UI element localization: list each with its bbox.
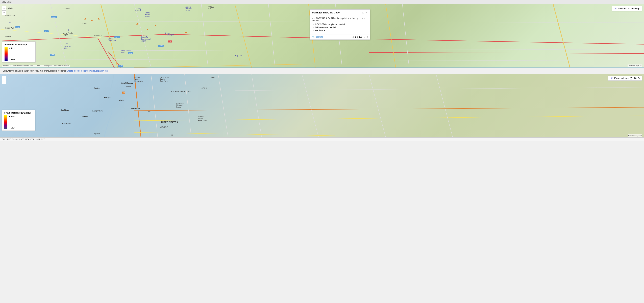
highway-i20: I 20 <box>168 41 172 43</box>
svg-line-7 <box>0 29 101 38</box>
top-map-controls: + − <box>2 6 6 15</box>
road-274: 274 <box>122 92 125 94</box>
incident-marker-1 <box>84 18 86 20</box>
svg-line-33 <box>369 74 386 137</box>
label-covington: Covington <box>94 35 102 37</box>
bottom-map-legend: Fraud incidents (Q1 2012) ◄ High ◄ Low <box>2 110 36 131</box>
top-map-background: East Point College Park Forest Park Morr… <box>0 4 644 68</box>
zoom-out-button[interactable]: − <box>2 11 6 15</box>
highway-i675: 1675 <box>44 31 49 33</box>
svg-line-18 <box>0 59 644 61</box>
top-map-attribution: Map data © OpenStreetMap contributors, C… <box>2 65 70 67</box>
svg-line-29 <box>252 74 262 137</box>
label-tijuana: Tijuana <box>94 133 100 135</box>
airport-icon-dream-team: ✈ <box>168 34 170 37</box>
svg-line-11 <box>268 4 275 68</box>
airport-icon-klockner: ✈ <box>140 9 142 11</box>
popup-expand-button[interactable]: □ <box>362 11 364 14</box>
svg-line-10 <box>201 4 208 68</box>
zoom-in-button[interactable]: + <box>2 6 6 11</box>
search-icon: 🔍 <box>312 36 314 38</box>
airport-icon-madison: ✈ <box>185 8 187 11</box>
bottom-map-controls: + − <box>2 76 6 84</box>
svg-line-28 <box>218 74 228 137</box>
svg-line-30 <box>134 116 644 121</box>
svg-line-0 <box>0 34 168 41</box>
label-conyers: Conv... <box>82 23 88 25</box>
label-us278-ga12: US 278GA 12 <box>208 6 214 10</box>
label-chula-vista: Chula Vista <box>62 123 71 124</box>
road-905: 905 <box>148 111 151 113</box>
highway-ga12: GA 12 <box>114 36 120 38</box>
road-1592: 1592 ft <box>126 86 131 88</box>
label-morrow: Morrow <box>5 36 11 37</box>
popup-zoom-to[interactable]: 🔍 Zoom to <box>312 36 323 38</box>
label-campo: CampoIndianReservation <box>198 116 207 121</box>
popup-list-item-2: GA have never married <box>315 26 368 29</box>
arcgis-link[interactable]: Create a scale-dependent visualization t… <box>66 70 108 72</box>
svg-line-34 <box>436 74 453 137</box>
airport-icon-college-park: ✈ <box>9 21 11 24</box>
highway-ga11: GA 11 <box>128 52 134 54</box>
incident-marker-7 <box>185 31 187 33</box>
label-santee: Santee <box>94 87 100 89</box>
svg-line-22 <box>553 4 570 68</box>
road-20: 20 <box>171 134 173 136</box>
popup-list-item-1: COVINGTON people are married <box>315 23 368 26</box>
label-capitan-grande: CapitanGrandeReservation <box>134 76 143 82</box>
svg-line-23 <box>134 74 141 137</box>
label-la-presa: La Presa <box>81 116 88 118</box>
label-hay-field: Hay Field <box>235 55 242 57</box>
popup-prev-button[interactable]: ◄ <box>352 36 354 38</box>
svg-line-14 <box>98 38 114 68</box>
airport-icon-neely: ✈ <box>121 49 123 52</box>
legend-low-label: ◄ Low <box>9 59 15 61</box>
svg-line-8 <box>51 4 68 68</box>
label-pine-valley: Pine Valley <box>131 108 140 109</box>
bottom-legend-high-label: ◄ High <box>9 115 15 117</box>
svg-line-1 <box>168 34 302 38</box>
top-layer-toggle[interactable]: 👁 Incidents as HeatMap <box>612 6 642 11</box>
airport-icon-jims: ✈ <box>68 29 70 32</box>
popup-header-icons: □ ✕ <box>362 11 368 14</box>
bottom-legend-labels: ◄ High ◄ Low <box>9 115 15 129</box>
bottom-legend-gradient-bar <box>4 115 8 129</box>
svg-line-15 <box>108 51 121 68</box>
legend-title: Incidents as HeatMap <box>4 43 33 46</box>
svg-line-6 <box>235 4 252 68</box>
label-stonecrest: Stonecrest <box>62 8 70 10</box>
bottom-eye-icon: 👁 <box>610 77 613 80</box>
label-mexico: MEXICO <box>160 126 168 129</box>
svg-line-25 <box>134 132 336 136</box>
label-alpine: Alpine <box>119 99 124 101</box>
svg-line-5 <box>101 4 118 68</box>
bottom-layer-toggle-label: Fraud incidents (Q1 2012) <box>614 77 640 80</box>
bottom-road-overlay <box>0 74 644 137</box>
highway-i285: I 285 <box>16 26 20 28</box>
bottom-zoom-out-button[interactable]: − <box>2 80 6 84</box>
svg-line-26 <box>151 74 158 137</box>
label-6373: 6373 ft <box>202 87 207 89</box>
popup-body: As of 2/8/2018, 8:54 AM of the populatio… <box>310 16 370 34</box>
legend-gradient-bar <box>4 47 8 61</box>
incident-marker-3 <box>98 18 100 20</box>
incident-marker-4 <box>136 23 138 25</box>
top-map: East Point College Park Forest Park Morr… <box>0 4 644 68</box>
bottom-map: San Diego Chula Vista La Presa Santee El… <box>0 74 644 138</box>
bottom-layer-toggle[interactable]: 👁 Fraud incidents (Q1 2012) <box>608 76 642 81</box>
bottom-zoom-in-button[interactable]: + <box>2 76 6 80</box>
popup-menu-button[interactable]: ≡ <box>367 36 368 39</box>
label-cuyamaca: Cuyamaca &RanchoState Park <box>160 76 169 82</box>
legend-high-label: ◄ High <box>9 47 15 49</box>
popup: Marriage in NY, Zip Code: □ ✕ As of 2/8/… <box>310 10 370 40</box>
popup-footer: 🔍 Zoom to ◄ 1 of 130 ► ≡ <box>310 34 370 40</box>
label-east-point: East Point <box>5 8 13 9</box>
top-map-legend: Incidents as HeatMap ◄ High ◄ Low <box>2 42 36 63</box>
label-united-states: UNITED STATES <box>160 121 178 124</box>
bottom-map-background: San Diego Chula Vista La Presa Santee El… <box>0 74 644 137</box>
bottom-map-powered-by: Powered by Esri <box>628 134 642 137</box>
incident-marker-6 <box>155 25 157 26</box>
popup-close-button[interactable]: ✕ <box>366 11 368 14</box>
popup-next-button[interactable]: ► <box>363 36 366 38</box>
csv-layer-title: CSV Layer <box>0 0 644 4</box>
